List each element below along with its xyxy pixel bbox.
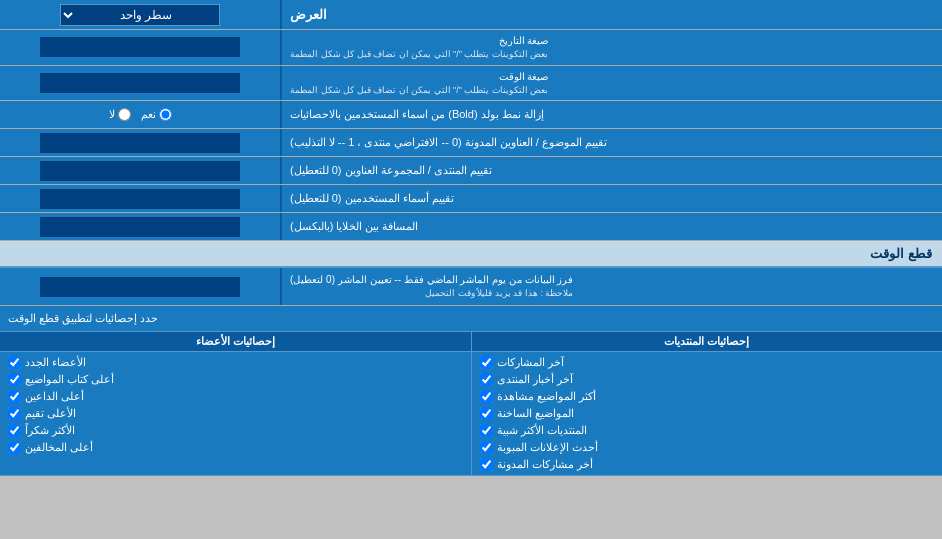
forum-sort-label: تقييم المنتدى / المجموعة العناوين (0 للت… [280,157,942,184]
chk-forums-3[interactable] [480,407,493,420]
checkbox-item: الأكثر شكراً [8,422,463,439]
time-format-input[interactable]: H:i [40,73,240,93]
topic-sort-input[interactable]: 33 [40,133,240,153]
date-format-label: صيغة التاريخ بعض التكوينات يتطلب "/" الت… [280,30,942,65]
chk-members-0[interactable] [8,356,21,369]
checkbox-item: آخر أخبار المنتدى [480,371,935,388]
chk-members-3[interactable] [8,407,21,420]
fetch-input[interactable]: 0 [40,277,240,297]
checkbox-item: آخر المشاركات [480,354,935,371]
checkbox-item: الأعلى تقيم [8,405,463,422]
cell-spacing-label: المسافة بين الخلايا (بالبكسل) [280,213,942,240]
chk-forums-2[interactable] [480,390,493,403]
checkbox-item: المنتديات الأكثر شبية [480,422,935,439]
chk-members-4[interactable] [8,424,21,437]
col-header-members: إحصائيات الأعضاء [0,332,471,351]
cell-spacing-input[interactable]: 2 [40,217,240,237]
checkbox-item: أحدث الإعلانات المبوبة [480,439,935,456]
time-format-label: صيغة الوقت بعض التكوينات يتطلب "/" التي … [280,66,942,101]
time-cut-header: قطع الوقت [0,241,942,268]
checkbox-item: أكثر المواضيع مشاهدة [480,388,935,405]
display-label: العرض [280,0,942,29]
date-format-input[interactable]: d-m [40,37,240,57]
chk-forums-0[interactable] [480,356,493,369]
bold-no-radio[interactable] [118,108,131,121]
chk-forums-1[interactable] [480,373,493,386]
bold-yes-radio[interactable] [159,108,172,121]
limit-label: حدد إحصائيات لتطبيق قطع الوقت [0,308,942,329]
forum-sort-input[interactable]: 33 [40,161,240,181]
col-header-forums: إحصائيات المنتديات [471,332,943,351]
chk-forums-4[interactable] [480,424,493,437]
chk-forums-5[interactable] [480,441,493,454]
checkbox-item: الأعضاء الجدد [8,354,463,371]
chk-forums-6[interactable] [480,458,493,471]
user-sort-input[interactable]: 0 [40,189,240,209]
bold-remove-label: إزالة نمط بولد (Bold) من اسماء المستخدمي… [280,101,942,128]
chk-members-1[interactable] [8,373,21,386]
user-sort-label: تقييم أسماء المستخدمين (0 للتعطيل) [280,185,942,212]
display-select[interactable]: سطر واحد [60,4,220,26]
chk-members-2[interactable] [8,390,21,403]
checkbox-item: أعلى كتاب المواضيع [8,371,463,388]
checkbox-item: أعلى الداعين [8,388,463,405]
checkbox-item: المواضيع الساخنة [480,405,935,422]
chk-members-5[interactable] [8,441,21,454]
bold-no-label: لا [109,108,131,121]
checkbox-item: أعلى المخالفين [8,439,463,456]
checkbox-item: أخر مشاركات المدونة [480,456,935,473]
bold-yes-label: نعم [141,108,172,121]
topic-sort-label: تقييم الموضوع / العناوين المدونة (0 -- ا… [280,129,942,156]
fetch-label: فرز البيانات من يوم الماشر الماضي فقط --… [280,268,942,305]
